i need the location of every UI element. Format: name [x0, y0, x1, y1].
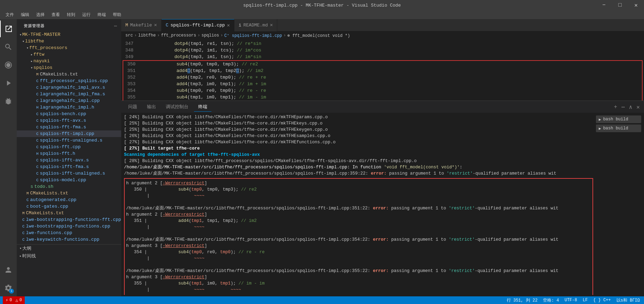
close-button[interactable]: ✕ — [628, 0, 644, 10]
list-item[interactable]: MCMakeLists.txt — [17, 71, 121, 78]
list-item[interactable]: Cspqlios-ifft-avx.s — [17, 157, 121, 163]
term-line: /home/luke/桌面/MK-TFHE-master/src/libtfhe… — [124, 170, 593, 177]
tab-debug-console[interactable]: 调试控制台 — [162, 102, 193, 112]
editor-area: M Makefile ✕ C spqlios-fft-impl.cpp ✕ i … — [121, 19, 644, 296]
code-editor[interactable]: 347 dotp4(tmp1, re1, tsn); // re*sin 348… — [121, 40, 644, 101]
line-num-355: 355 — [123, 94, 142, 101]
list-item[interactable]: Clwe-functions.cpp — [17, 230, 121, 236]
breadcrumb-function[interactable]: ⊕ fft_model(const void *) — [287, 33, 350, 38]
list-item-active[interactable]: Cspqlios-fft-impl.cpp — [17, 130, 121, 137]
file-label: spqlios-bench.cpp — [40, 111, 86, 117]
terminal-entry-1[interactable]: ▶ bash build — [596, 115, 641, 123]
menu-view[interactable]: 查看 — [49, 11, 63, 18]
status-eol[interactable]: LF — [581, 298, 589, 303]
tree-spqlios[interactable]: ▾ spqlios — [17, 64, 121, 71]
list-item[interactable]: Cspqlios-model.cpp — [17, 177, 121, 183]
list-item[interactable]: Hspqlios-fft.h — [17, 150, 121, 157]
breadcrumb-src[interactable]: src — [125, 33, 133, 38]
outline-section[interactable]: ▾ 大纲 — [17, 244, 121, 252]
list-item[interactable]: Cspqlios-fft-unaligned.s — [17, 137, 121, 144]
tab-readme[interactable]: i README.md ✕ — [234, 19, 277, 31]
tree-libtfhe[interactable]: ▾ libtfhe — [17, 38, 121, 45]
sidebar-actions: ⋯ — [114, 23, 117, 29]
timeline-section[interactable]: ▸ 时间线 — [17, 252, 121, 260]
list-item[interactable]: MCMakeLists.txt — [17, 210, 121, 216]
list-item[interactable]: Clwe-keyswitch-functions.cpp — [17, 236, 121, 243]
account-activity-icon[interactable] — [0, 262, 17, 278]
tab-problems[interactable]: 问题 — [124, 102, 141, 112]
list-item[interactable]: Cautogenerated.cpp — [17, 197, 121, 203]
status-remote[interactable]: 以s和 ΒΓΙΩ — [615, 297, 641, 303]
list-item[interactable]: Cboot-gates.cpp — [17, 203, 121, 210]
maximize-button[interactable]: □ — [612, 0, 628, 10]
tab-spqlios-fft-impl[interactable]: C spqlios-fft-impl.cpp ✕ — [162, 19, 234, 31]
terminal-main[interactable]: [ 24%] Building CXX object libtfhe/CMake… — [124, 114, 593, 295]
source-control-activity-icon[interactable] — [0, 57, 17, 73]
menu-terminal[interactable]: 终端 — [95, 11, 109, 18]
tab-output[interactable]: 输出 — [143, 102, 160, 112]
menu-run[interactable]: 运行 — [79, 11, 93, 18]
list-item[interactable]: Clagrangehalfc_impl_fma.s — [17, 91, 121, 97]
settings-activity-icon[interactable]: 1 — [0, 280, 17, 296]
list-item[interactable]: MCMakeLists.txt — [17, 190, 121, 197]
breadcrumb-libtfhe[interactable]: libtfhe — [138, 33, 156, 38]
list-item[interactable]: Cspqlios-fft-avx.s — [17, 117, 121, 124]
sidebar-more-icon[interactable]: ⋯ — [114, 23, 117, 29]
tree-fftw[interactable]: ▸ fftw — [17, 51, 121, 58]
status-error-count[interactable]: ⚡ 0 △ 0 — [3, 296, 25, 304]
status-spaces[interactable]: 空格: 4 — [542, 297, 560, 303]
file-label: lagrangehalfc_impl_fma.s — [40, 91, 105, 97]
tab-makefile[interactable]: M Makefile ✕ — [121, 19, 162, 31]
menu-edit[interactable]: 编辑 — [18, 11, 32, 18]
list-item[interactable]: Cspqlios-fft-fma.s — [17, 124, 121, 130]
menu-help[interactable]: 帮助 — [110, 11, 124, 18]
line-num-351: 351 — [123, 67, 142, 74]
panel-more-icon[interactable]: ⋯ — [620, 102, 626, 112]
menu-select[interactable]: 选择 — [33, 11, 47, 18]
extensions-activity-icon[interactable] — [0, 93, 17, 110]
panel-chevron-up-icon[interactable]: ∧ — [628, 102, 634, 112]
tree-root[interactable]: ▾ MK-TFHE-MASTER — [17, 31, 121, 38]
term-line: [ 27%] Building CXX object libtfhe/CMake… — [124, 139, 593, 145]
list-item[interactable]: Stodo.sh — [17, 183, 121, 190]
search-activity-icon[interactable] — [0, 39, 17, 55]
panel-add-icon[interactable]: + — [612, 103, 619, 112]
warning-count: 0 — [20, 298, 22, 303]
file-icon: C — [36, 92, 39, 96]
tab-terminal[interactable]: 终端 — [194, 102, 211, 112]
line-content-349: dotp4(tmp3, im1, tsn); // im*sin — [140, 54, 261, 60]
list-item[interactable]: Cspqlios-ifft-unaligned.s — [17, 170, 121, 177]
menu-file[interactable]: 文件 — [3, 11, 17, 18]
terminal-entry-2[interactable]: ▶ bash build — [596, 125, 641, 132]
status-encoding[interactable]: UTF-8 — [563, 298, 579, 303]
code-line-348: 348 dotp4(tmp2, im1, tcs); // im*cos — [121, 47, 644, 54]
readme-tab-close[interactable]: ✕ — [270, 23, 273, 27]
minimize-button[interactable]: − — [596, 0, 612, 10]
makefile-tab-close[interactable]: ✕ — [154, 23, 157, 27]
explorer-activity-icon[interactable] — [0, 21, 17, 37]
list-item[interactable]: Clwe-bootstrapping-functions.cpp — [17, 223, 121, 230]
fft-processors-label: fft_processors — [29, 45, 67, 50]
status-language[interactable]: { } C++ — [592, 298, 612, 303]
menu-goto[interactable]: 转到 — [64, 11, 78, 18]
tree-fft-processors[interactable]: ▾ fft_processors — [17, 45, 121, 51]
list-item[interactable]: Cspqlios-bench.cpp — [17, 111, 121, 117]
list-item[interactable]: Clagrangehalfc_impl.cpp — [17, 97, 121, 104]
list-item[interactable]: Cspqlios-ifft-fma.s — [17, 163, 121, 170]
list-item[interactable]: Clagrangehalfc_impl_avx.s — [17, 84, 121, 91]
list-item[interactable]: Hlagrangehalfc_impl.h — [17, 104, 121, 111]
status-line-col[interactable]: 行 351, 列 22 — [505, 297, 539, 303]
tree-nayuki[interactable]: ▸ nayuki — [17, 58, 121, 64]
sidebar-title: 资源管理器 — [24, 23, 45, 29]
list-item[interactable]: Cspqlios-fft.cpp — [17, 144, 121, 150]
spqlios-tab-close[interactable]: ✕ — [227, 23, 230, 28]
breadcrumb-fft-processors[interactable]: fft_processors — [161, 33, 196, 38]
list-item[interactable]: Clwe-bootstrapping-functions-fft.cpp — [17, 216, 121, 223]
run-activity-icon[interactable] — [0, 75, 17, 91]
breadcrumb-file[interactable]: C⁺ spqlios-fft-impl.cpp — [224, 33, 282, 38]
file-label: autogenerated.cpp — [30, 197, 77, 202]
panel-close-icon[interactable]: ✕ — [635, 102, 641, 112]
list-item[interactable]: Cfft_processor_spqlios.cpp — [17, 78, 121, 84]
file-label: spqlios-fft-unaligned.s — [40, 138, 102, 143]
breadcrumb-spqlios[interactable]: spqlios — [201, 33, 219, 38]
